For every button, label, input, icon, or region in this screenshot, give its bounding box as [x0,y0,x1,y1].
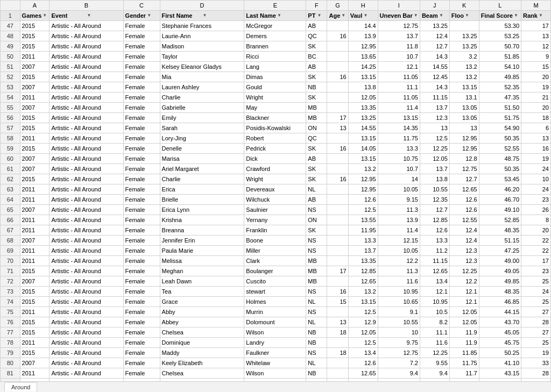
cell-rank[interactable]: 19 [521,82,551,92]
row-number[interactable]: 70 [1,256,20,266]
cell-lastname[interactable]: Cuscito [244,276,306,287]
cell-rank[interactable]: 23 [521,266,551,276]
header-finalscore[interactable]: Final Score▼ [479,11,521,21]
cell-games[interactable]: 2015 [20,174,50,184]
cell-floor[interactable]: 12.3 [449,256,479,266]
cell-event[interactable]: Artistic - All Around [50,358,123,368]
cell-gender[interactable]: Female [123,41,160,52]
cell-pt[interactable]: AB [306,195,327,205]
cell-unevenbar[interactable]: 13.7 [378,31,420,41]
cell-games[interactable]: 2011 [20,256,50,266]
cell-finalscore[interactable]: 45.05 [479,327,521,338]
cell-lastname[interactable]: Dick [244,154,306,164]
table-row[interactable]: 742015Artistic - All AroundFemaleGraceHo… [1,297,551,307]
cell-firstname[interactable]: Sarah [160,123,244,133]
cell-rank[interactable]: 25 [521,338,551,348]
table-row[interactable]: 542011Artistic - All AroundFemaleCharlie… [1,92,551,103]
cell-rank[interactable]: 9 [521,52,551,62]
cell-beam[interactable]: 12.45 [420,72,449,82]
cell-floor[interactable]: 11.85 [449,348,479,358]
cell-age[interactable] [327,154,348,164]
cell-beam[interactable]: 13.8 [420,174,449,184]
cell-age[interactable]: 13 [327,317,348,327]
cell-lastname[interactable]: Boulanger [244,266,306,276]
cell-lastname[interactable]: stewart [244,287,306,297]
row-number[interactable]: 56 [1,113,20,123]
cell-vault[interactable]: 13.65 [348,52,378,62]
cell-lastname[interactable]: Ricci [244,52,306,62]
cell-firstname[interactable]: Lory-Jing [160,133,244,144]
table-row[interactable]: 732015Artistic - All AroundFemaleTeastew… [1,287,551,297]
cell-floor[interactable]: 11.7 [449,368,479,379]
header-firstname[interactable]: First Name▼ [160,11,244,21]
cell-lastname[interactable]: Murrin [244,307,306,317]
row-number[interactable]: 63 [1,184,20,195]
cell-beam[interactable]: 12.5 [420,133,449,144]
cell-pt[interactable]: NS [306,205,327,215]
cell-lastname[interactable]: Wilchuck [244,195,306,205]
cell-unevenbar[interactable]: 10.55 [378,317,420,327]
cell-gender[interactable]: Female [123,307,160,317]
cell-event[interactable]: Artistic - All Around [50,368,123,379]
cell-lastname[interactable]: Whitelaw [244,358,306,368]
row-number[interactable]: 49 [1,41,20,52]
col-letter-K[interactable]: K [449,1,479,11]
cell-finalscore[interactable]: 50.25 [479,348,521,358]
cell-finalscore[interactable]: 54.10 [479,62,521,72]
cell-lastname[interactable]: Lang [244,62,306,72]
age-dropdown-icon[interactable]: ▼ [341,11,346,20]
cell-beam[interactable]: 12.1 [420,287,449,297]
cell-gender[interactable]: Female [123,123,160,133]
cell-rank[interactable]: 25 [521,276,551,287]
col-letter-G[interactable]: G [327,1,348,11]
cell-event[interactable]: Artistic - All Around [50,103,123,113]
cell-event[interactable]: Artistic - All Around [50,62,123,72]
cell-games[interactable]: 2015 [20,266,50,276]
cell-rank[interactable]: 21 [521,92,551,103]
cell-pt[interactable]: QC [306,31,327,41]
cell-lastname[interactable]: Brannen [244,41,306,52]
cell-pt[interactable]: MB [306,276,327,287]
cell-age[interactable] [327,164,348,174]
cell-games[interactable]: 2015 [20,297,50,307]
cell-rank[interactable]: 19 [521,154,551,164]
cell-rank[interactable]: 10 [521,174,551,184]
cell-event[interactable]: Artistic - All Around [50,123,123,133]
row-number[interactable]: 72 [1,276,20,287]
cell-games[interactable]: 2011 [20,338,50,348]
cell-firstname[interactable]: Breanna [160,225,244,236]
col-letter-B[interactable]: B [50,1,123,11]
cell-lastname[interactable]: Boone [244,236,306,246]
row-number[interactable]: 79 [1,348,20,358]
table-row[interactable]: 802007Artistic - All AroundFemaleKeely E… [1,358,551,368]
cell-games[interactable]: 2011 [20,368,50,379]
cell-firstname[interactable]: Lauren Ashley [160,82,244,92]
row-number[interactable]: 60 [1,154,20,164]
cell-rank[interactable]: 24 [521,184,551,195]
cell-age[interactable]: 18 [327,327,348,338]
cell-games[interactable]: 2007 [20,236,50,246]
cell-finalscore[interactable]: 52.35 [479,82,521,92]
vault-dropdown-icon[interactable]: ▼ [364,11,376,20]
cell-gender[interactable]: Female [123,113,160,123]
cell-floor[interactable]: 12.1 [449,297,479,307]
cell-unevenbar[interactable]: 14.35 [378,123,420,133]
cell-gender[interactable]: Female [123,287,160,297]
cell-finalscore[interactable]: 48.35 [479,287,521,297]
cell-floor[interactable]: 11.9 [449,327,479,338]
cell-finalscore[interactable]: 51.85 [479,52,521,62]
cell-pt[interactable]: NS [306,348,327,358]
cell-floor[interactable]: 13 [449,123,479,133]
cell-lastname[interactable]: Pedrick [244,144,306,154]
cell-firstname[interactable]: Krishna [160,215,244,225]
cell-pt[interactable]: SK [306,72,327,82]
cell-age[interactable] [327,368,348,379]
row-number[interactable]: 52 [1,72,20,82]
cell-age[interactable]: 16 [327,287,348,297]
cell-unevenbar[interactable]: 9.15 [378,195,420,205]
cell-gender[interactable]: Female [123,133,160,144]
cell-gender[interactable]: Female [123,92,160,103]
cell-floor[interactable]: 12.65 [449,184,479,195]
cell-age[interactable] [327,276,348,287]
cell-gender[interactable]: Female [123,327,160,338]
